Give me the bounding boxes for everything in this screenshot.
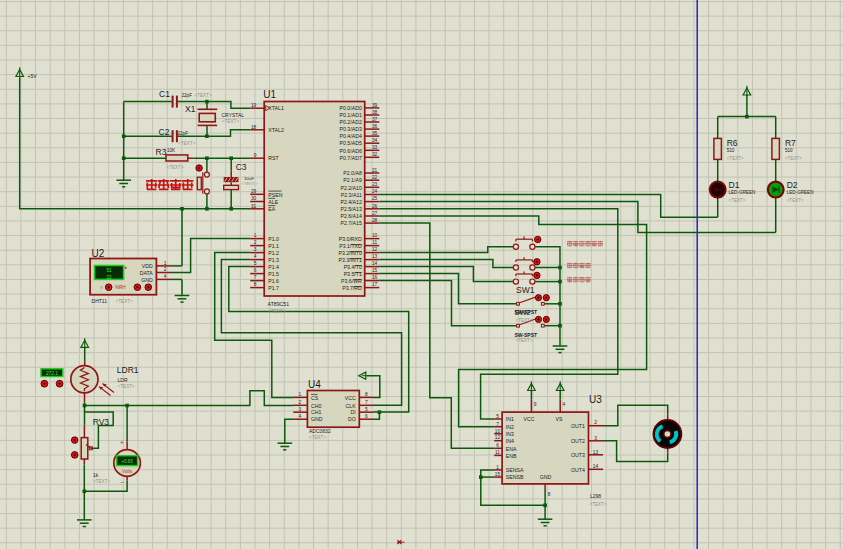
svg-text:14: 14 [593, 464, 599, 469]
svg-text:P0.4/AD4: P0.4/AD4 [340, 133, 362, 139]
svg-text:OUT4: OUT4 [571, 467, 585, 473]
svg-text:4: 4 [164, 274, 167, 279]
svg-text:36: 36 [372, 124, 378, 129]
svg-text:12: 12 [372, 247, 378, 252]
svg-text:P3.4/T0: P3.4/T0 [344, 264, 362, 270]
svg-text:18: 18 [251, 125, 257, 130]
svg-text:1k: 1k [93, 472, 99, 478]
svg-text:R6: R6 [727, 138, 738, 148]
svg-text:<TEXT>: <TEXT> [268, 309, 285, 314]
svg-text:RST: RST [268, 155, 279, 161]
svg-text:<TEXT>: <TEXT> [222, 119, 239, 124]
svg-text:P0.3/AD3: P0.3/AD3 [340, 126, 362, 132]
svg-text:C3: C3 [236, 162, 247, 172]
svg-text:P0.6/AD6: P0.6/AD6 [340, 148, 362, 154]
svg-text:P2.1/A9: P2.1/A9 [343, 177, 362, 183]
svg-text:IN3: IN3 [506, 431, 514, 437]
svg-text:IN1: IN1 [506, 416, 514, 422]
svg-text:<TEXT>: <TEXT> [729, 198, 746, 203]
svg-text:4: 4 [254, 254, 257, 259]
svg-text:7: 7 [254, 275, 257, 280]
svg-text:P0.5/AD5: P0.5/AD5 [340, 140, 362, 146]
svg-text:P0.2/AD2: P0.2/AD2 [340, 119, 362, 125]
svg-text:30: 30 [251, 196, 257, 201]
svg-text:27: 27 [372, 211, 378, 216]
svg-text:GND: GND [540, 474, 552, 480]
svg-text:SW1: SW1 [516, 285, 535, 295]
svg-text:2: 2 [164, 267, 167, 272]
svg-text:37: 37 [372, 117, 378, 122]
svg-text:21: 21 [372, 168, 378, 173]
svg-text:23: 23 [372, 182, 378, 187]
svg-text:5: 5 [365, 407, 368, 412]
svg-text:31: 31 [251, 204, 257, 209]
svg-text:VS: VS [556, 416, 563, 422]
svg-text:P2.0/A8: P2.0/A8 [343, 170, 362, 176]
svg-text:P3.1/TXD: P3.1/TXD [339, 243, 362, 249]
svg-text:5: 5 [254, 261, 257, 266]
svg-text:6: 6 [365, 414, 368, 419]
svg-text:VDD: VDD [142, 263, 153, 269]
svg-text:RV3: RV3 [93, 417, 110, 427]
svg-text:C1: C1 [159, 89, 170, 99]
svg-text:L298: L298 [590, 493, 601, 499]
svg-text:OUT2: OUT2 [571, 438, 585, 444]
svg-text:14: 14 [372, 261, 378, 266]
svg-text:P3.2/INT0: P3.2/INT0 [338, 250, 361, 256]
svg-text:51: 51 [106, 268, 112, 273]
svg-text:IN4: IN4 [506, 438, 514, 444]
svg-text:CLK: CLK [346, 403, 357, 409]
svg-text:P1.1: P1.1 [268, 243, 279, 249]
svg-text:<TEXT>: <TEXT> [516, 318, 533, 323]
svg-text:IN2: IN2 [506, 424, 514, 430]
svg-text:P3.3/INT1: P3.3/INT1 [338, 257, 361, 263]
svg-text:3: 3 [298, 407, 301, 412]
svg-text:D1: D1 [729, 180, 740, 190]
svg-text:P2.3/A11: P2.3/A11 [341, 192, 362, 198]
svg-text:33: 33 [372, 145, 378, 150]
svg-text:+5V: +5V [28, 73, 38, 79]
svg-text:<TEXT>: <TEXT> [118, 384, 135, 389]
svg-text:SW2: SW2 [514, 308, 530, 317]
svg-text:DHT11: DHT11 [92, 298, 108, 304]
svg-text:510: 510 [727, 148, 735, 153]
svg-text:P2.4/A12: P2.4/A12 [340, 199, 361, 205]
svg-text:3: 3 [594, 436, 597, 441]
svg-text:LDR: LDR [118, 377, 128, 383]
svg-text:<TEXT>: <TEXT> [787, 198, 804, 203]
svg-text:ENB: ENB [506, 453, 517, 459]
svg-text:19: 19 [251, 103, 257, 108]
svg-text:P2.2/A10: P2.2/A10 [340, 185, 361, 191]
svg-text:R7: R7 [785, 138, 796, 148]
svg-text:DATA: DATA [140, 270, 154, 276]
svg-text:17: 17 [372, 282, 378, 287]
svg-text:10: 10 [495, 429, 501, 434]
svg-text:D2: D2 [787, 180, 798, 190]
svg-text:<TEXT>: <TEXT> [590, 502, 607, 507]
svg-text:SENSB: SENSB [506, 474, 524, 480]
svg-text:Volts: Volts [122, 469, 133, 474]
svg-text:16: 16 [372, 275, 378, 280]
svg-text:26: 26 [372, 204, 378, 209]
svg-text:P0.1/AD1: P0.1/AD1 [340, 112, 362, 118]
svg-text:2: 2 [254, 240, 257, 245]
svg-text:2: 2 [298, 400, 301, 405]
svg-text:P3.0/RXD: P3.0/RXD [339, 236, 362, 242]
svg-text:U2: U2 [92, 248, 105, 259]
svg-text:P1.0: P1.0 [268, 236, 279, 242]
svg-text:CRYSTAL: CRYSTAL [222, 112, 245, 118]
svg-text:<TEXT>: <TEXT> [178, 141, 195, 146]
svg-text:OUT1: OUT1 [571, 423, 585, 429]
svg-text:6: 6 [496, 443, 499, 448]
svg-text:P2.6/A14: P2.6/A14 [340, 213, 361, 219]
svg-text:4: 4 [563, 402, 566, 407]
svg-text:SENSA: SENSA [506, 467, 524, 473]
svg-text:13: 13 [593, 450, 599, 455]
svg-text:<TEXT>: <TEXT> [241, 181, 258, 186]
svg-text:15: 15 [495, 472, 501, 477]
svg-text:272.1: 272.1 [46, 371, 58, 376]
svg-text:34: 34 [372, 138, 378, 143]
svg-text:P1.6: P1.6 [268, 278, 279, 284]
svg-text:28: 28 [372, 218, 378, 223]
svg-text:32: 32 [372, 152, 378, 157]
